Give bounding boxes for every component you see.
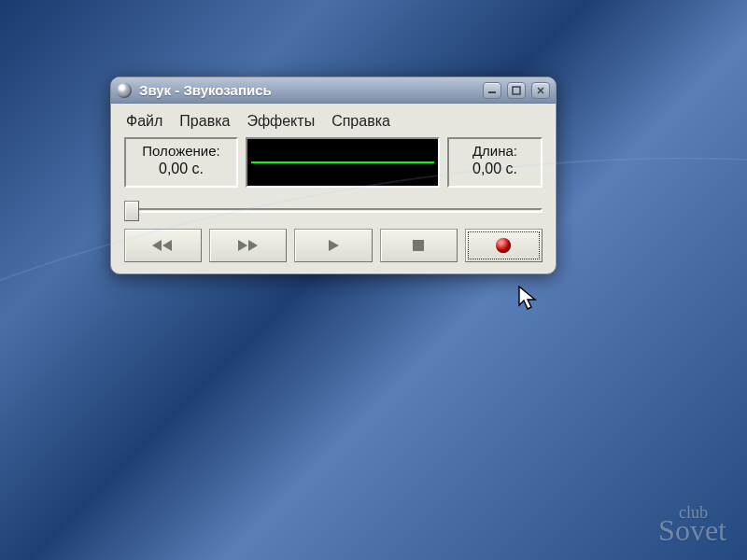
menu-help[interactable]: Справка (331, 113, 390, 130)
close-button[interactable] (531, 82, 550, 99)
watermark: club Sovet (658, 506, 726, 543)
seek-start-icon (151, 239, 176, 252)
length-label: Длина: (455, 143, 535, 159)
position-panel: Положение: 0,00 с. (124, 137, 238, 188)
maximize-icon (512, 86, 521, 95)
menu-file[interactable]: Файл (126, 113, 162, 130)
stop-icon (412, 239, 425, 252)
record-icon (496, 238, 511, 253)
titlebar[interactable]: Звук - Звукозапись (111, 77, 556, 104)
play-icon (327, 239, 340, 252)
record-button[interactable] (465, 229, 543, 262)
cursor-icon (518, 286, 543, 314)
transport-controls (120, 229, 546, 262)
client-area: Файл Правка Эффекты Справка Положение: 0… (111, 104, 556, 273)
svg-rect-0 (488, 91, 496, 93)
menu-edit[interactable]: Правка (179, 113, 230, 130)
stop-button[interactable] (380, 229, 458, 262)
close-icon (536, 86, 545, 95)
svg-rect-2 (413, 240, 424, 251)
waveform-display (246, 137, 440, 188)
window-title: Звук - Звукозапись (137, 82, 477, 98)
length-panel: Длина: 0,00 с. (447, 137, 543, 188)
app-icon (117, 83, 132, 98)
watermark-top: club (679, 506, 726, 519)
position-slider[interactable] (124, 201, 543, 219)
position-value: 0,00 с. (132, 161, 231, 177)
minimize-icon (487, 87, 497, 94)
seek-end-button[interactable] (209, 229, 287, 262)
minimize-button[interactable] (483, 82, 501, 99)
seek-start-button[interactable] (124, 229, 202, 262)
menubar: Файл Правка Эффекты Справка (120, 111, 546, 137)
play-button[interactable] (294, 229, 372, 262)
menu-effects[interactable]: Эффекты (247, 113, 315, 130)
length-value: 0,00 с. (455, 161, 535, 177)
svg-rect-1 (513, 87, 520, 94)
slider-thumb[interactable] (124, 201, 139, 221)
seek-end-icon (236, 239, 261, 252)
waveform-line (251, 161, 434, 163)
slider-track (124, 208, 543, 213)
watermark-bottom: Sovet (658, 513, 726, 547)
display-row: Положение: 0,00 с. Длина: 0,00 с. (120, 137, 546, 188)
position-label: Положение: (132, 143, 231, 159)
sound-recorder-window: Звук - Звукозапись Файл Правка Эффекты С… (110, 77, 557, 274)
maximize-button[interactable] (507, 82, 526, 99)
